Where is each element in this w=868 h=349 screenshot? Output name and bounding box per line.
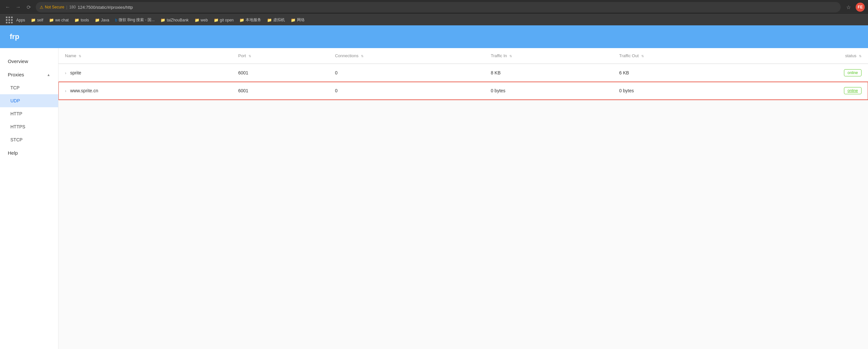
main-content: Name ⇅ Port ⇅ Connections ⇅ (59, 48, 868, 349)
sidebar-overview-label: Overview (8, 58, 28, 64)
bookmark-vm[interactable]: 📁 虚拟机 (265, 16, 287, 24)
reload-button[interactable]: ⟳ (24, 3, 33, 12)
sidebar-item-https[interactable]: HTTPS (0, 120, 58, 133)
bookmark-gitopen-label: git open (220, 18, 234, 22)
bookmark-web-label: web (201, 18, 208, 22)
table-body: › sprite 6001 0 8 KB 6 KB online (59, 64, 868, 100)
bookmark-network[interactable]: 📁 网络 (288, 16, 307, 24)
col-traffic-in-label: Traffic In (491, 53, 507, 58)
sidebar-submenu: TCP UDP HTTP HTTPS STCP (0, 81, 58, 146)
table-row-highlighted: › www.sprite.cn 6001 0 0 bytes 0 bytes o… (59, 82, 868, 100)
proxy-name: sprite (70, 70, 81, 76)
sort-icon-name[interactable]: ⇅ (79, 54, 81, 58)
folder-icon: 📁 (291, 18, 296, 22)
sidebar-item-tcp[interactable]: TCP (0, 81, 58, 94)
back-button[interactable]: ← (3, 3, 12, 12)
apps-bookmark[interactable]: Apps (3, 16, 28, 25)
http-label: HTTP (10, 111, 23, 116)
sort-icon-status[interactable]: ⇅ (859, 54, 862, 58)
sidebar: Overview Proxies ▲ TCP UDP HTTP HTTPS (0, 48, 59, 349)
address-bar[interactable]: ⚠ Not Secure | 180 124:7500/static/#/pro… (36, 2, 841, 12)
bookmark-bing[interactable]: b 微软 Bing 搜索 - 国... (113, 16, 157, 24)
security-warning: ⚠ Not Secure (40, 5, 64, 10)
cell-status-sprite: online (753, 64, 868, 82)
sidebar-item-overview[interactable]: Overview (0, 55, 58, 68)
bookmark-local-label: 本地服务 (246, 17, 261, 23)
warning-icon: ⚠ (40, 5, 43, 10)
browser-actions: ☆ FE (843, 2, 865, 12)
folder-icon: 📁 (267, 18, 272, 22)
expand-icon[interactable]: › (65, 89, 66, 93)
col-header-name[interactable]: Name ⇅ (59, 48, 231, 64)
expand-icon[interactable]: › (65, 71, 66, 76)
bookmark-self[interactable]: 📁 self (28, 17, 46, 23)
folder-icon: 📁 (194, 18, 199, 22)
sidebar-item-http[interactable]: HTTP (0, 107, 58, 120)
bookmark-web[interactable]: 📁 web (192, 17, 211, 23)
col-header-traffic-in[interactable]: Traffic In ⇅ (484, 48, 613, 64)
cell-port-www: 6001 (231, 82, 329, 100)
bookmark-vm-label: 虚拟机 (273, 17, 285, 23)
profile-avatar[interactable]: FE (856, 3, 865, 12)
proxy-table: Name ⇅ Port ⇅ Connections ⇅ (59, 48, 868, 100)
bookmark-tools-label: tools (81, 18, 89, 22)
cell-name-www: › www.sprite.cn (59, 82, 231, 100)
folder-icon: 📁 (214, 18, 219, 22)
proxy-name: www.sprite.cn (70, 88, 98, 93)
bookmark-taizhou-label: taiZhouBank (167, 18, 188, 22)
cell-traffic-out-www: 0 bytes (613, 82, 753, 100)
app-title: frp (10, 32, 19, 41)
browser-chrome: ← → ⟳ ⚠ Not Secure | 180 124:7500/static… (0, 0, 868, 25)
address-url: 124:7500/static/#/proxies/http (78, 5, 133, 10)
sort-icon-port[interactable]: ⇅ (249, 54, 251, 58)
apps-grid-icon (6, 17, 13, 24)
bookmark-taizhou[interactable]: 📁 taiZhouBank (158, 17, 191, 23)
sidebar-item-help[interactable]: Help (0, 146, 58, 159)
sort-icon-connections[interactable]: ⇅ (361, 54, 364, 58)
col-status-label: status (845, 53, 857, 58)
app-container: frp Overview Proxies ▲ TCP UDP HTTP (0, 25, 868, 349)
bookmark-network-label: 网络 (297, 17, 305, 23)
bookmark-star-button[interactable]: ☆ (843, 2, 854, 12)
udp-label: UDP (10, 98, 20, 103)
browser-toolbar: ← → ⟳ ⚠ Not Secure | 180 124:7500/static… (0, 0, 868, 14)
tcp-label: TCP (10, 85, 20, 90)
cell-connections-sprite: 0 (329, 64, 484, 82)
bing-icon: b (115, 18, 117, 22)
sort-icon-traffic-out[interactable]: ⇅ (641, 54, 644, 58)
col-header-port[interactable]: Port ⇅ (231, 48, 329, 64)
bookmark-self-label: self (37, 18, 43, 22)
sidebar-help-label: Help (8, 150, 18, 156)
forward-button[interactable]: → (13, 3, 23, 12)
bookmark-wechat[interactable]: 📁 we chat (46, 17, 71, 23)
bookmark-java[interactable]: 📁 Java (92, 17, 112, 23)
table-container: Name ⇅ Port ⇅ Connections ⇅ (59, 48, 868, 100)
folder-icon: 📁 (31, 18, 36, 22)
bookmark-java-label: Java (101, 18, 109, 22)
cell-traffic-in-www: 0 bytes (484, 82, 613, 100)
sort-icon-traffic-in[interactable]: ⇅ (509, 54, 512, 58)
bookmark-gitopen[interactable]: 📁 git open (211, 17, 237, 23)
status-badge: online (844, 69, 862, 76)
folder-icon: 📁 (160, 18, 165, 22)
sidebar-item-udp[interactable]: UDP (0, 94, 58, 107)
cell-port-sprite: 6001 (231, 64, 329, 82)
col-header-status[interactable]: status ⇅ (753, 48, 868, 64)
sidebar-item-stcp[interactable]: STCP (0, 133, 58, 146)
sidebar-item-proxies[interactable]: Proxies ▲ (0, 68, 58, 81)
bookmark-bing-label: 微软 Bing 搜索 - 国... (119, 17, 155, 23)
cell-connections-www: 0 (329, 82, 484, 100)
col-name-label: Name (65, 53, 76, 58)
col-header-traffic-out[interactable]: Traffic Out ⇅ (613, 48, 753, 64)
bookmark-tools[interactable]: 📁 tools (72, 17, 91, 23)
bookmark-local[interactable]: 📁 本地服务 (237, 16, 264, 24)
folder-icon: 📁 (74, 18, 79, 22)
cell-status-www: online (753, 82, 868, 100)
sidebar-proxies-label: Proxies (8, 72, 24, 77)
bookmarks-bar: Apps 📁 self 📁 we chat 📁 tools 📁 Java b 微… (0, 14, 868, 25)
col-header-connections[interactable]: Connections ⇅ (329, 48, 484, 64)
address-divider: | (66, 5, 67, 9)
cell-traffic-out-sprite: 6 KB (613, 64, 753, 82)
nav-buttons: ← → ⟳ (3, 3, 33, 12)
chevron-up-icon: ▲ (47, 73, 50, 77)
